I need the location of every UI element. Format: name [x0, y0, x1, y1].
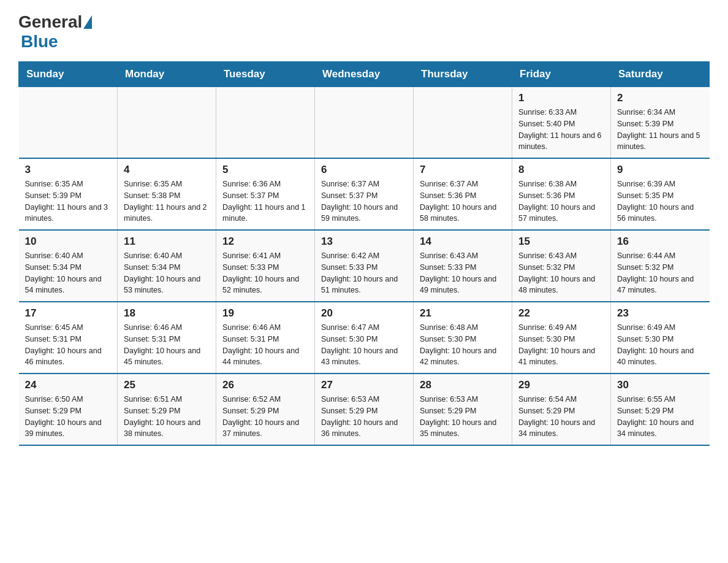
day-info: Sunrise: 6:35 AM Sunset: 5:38 PM Dayligh…: [124, 178, 210, 224]
day-number: 30: [617, 379, 703, 391]
logo-general-text: General: [18, 12, 82, 32]
day-info: Sunrise: 6:45 AM Sunset: 5:31 PM Dayligh…: [25, 322, 112, 368]
day-info: Sunrise: 6:46 AM Sunset: 5:31 PM Dayligh…: [124, 322, 210, 368]
calendar-day-cell: 23Sunrise: 6:49 AM Sunset: 5:30 PM Dayli…: [611, 302, 710, 373]
day-of-week-header: Wednesday: [315, 62, 414, 87]
calendar-header-row: SundayMondayTuesdayWednesdayThursdayFrid…: [19, 62, 710, 87]
calendar-week-row: 24Sunrise: 6:50 AM Sunset: 5:29 PM Dayli…: [19, 373, 710, 445]
day-info: Sunrise: 6:43 AM Sunset: 5:33 PM Dayligh…: [420, 250, 506, 296]
day-number: 9: [617, 164, 703, 176]
calendar-day-cell: 18Sunrise: 6:46 AM Sunset: 5:31 PM Dayli…: [118, 302, 216, 373]
calendar-week-row: 1Sunrise: 6:33 AM Sunset: 5:40 PM Daylig…: [19, 87, 710, 159]
day-info: Sunrise: 6:36 AM Sunset: 5:37 PM Dayligh…: [222, 178, 308, 224]
day-info: Sunrise: 6:55 AM Sunset: 5:29 PM Dayligh…: [617, 394, 703, 440]
day-info: Sunrise: 6:53 AM Sunset: 5:29 PM Dayligh…: [321, 394, 407, 440]
day-number: 3: [25, 164, 112, 176]
day-info: Sunrise: 6:42 AM Sunset: 5:33 PM Dayligh…: [321, 250, 407, 296]
calendar-day-cell: 12Sunrise: 6:41 AM Sunset: 5:33 PM Dayli…: [216, 230, 315, 302]
calendar-day-cell: 25Sunrise: 6:51 AM Sunset: 5:29 PM Dayli…: [118, 373, 216, 445]
day-info: Sunrise: 6:41 AM Sunset: 5:33 PM Dayligh…: [222, 250, 308, 296]
day-info: Sunrise: 6:52 AM Sunset: 5:29 PM Dayligh…: [222, 394, 308, 440]
calendar-day-cell: 5Sunrise: 6:36 AM Sunset: 5:37 PM Daylig…: [216, 158, 315, 230]
calendar-day-cell: 13Sunrise: 6:42 AM Sunset: 5:33 PM Dayli…: [315, 230, 414, 302]
day-number: 21: [420, 307, 506, 320]
day-info: Sunrise: 6:46 AM Sunset: 5:31 PM Dayligh…: [222, 322, 308, 368]
calendar-day-cell: 29Sunrise: 6:54 AM Sunset: 5:29 PM Dayli…: [512, 373, 611, 445]
day-info: Sunrise: 6:51 AM Sunset: 5:29 PM Dayligh…: [124, 394, 210, 440]
day-number: 8: [518, 164, 604, 176]
day-info: Sunrise: 6:44 AM Sunset: 5:32 PM Dayligh…: [617, 250, 703, 296]
calendar-day-cell: 14Sunrise: 6:43 AM Sunset: 5:33 PM Dayli…: [414, 230, 512, 302]
calendar-day-cell: 22Sunrise: 6:49 AM Sunset: 5:30 PM Dayli…: [512, 302, 611, 373]
day-number: 6: [321, 164, 407, 176]
calendar-day-cell: 26Sunrise: 6:52 AM Sunset: 5:29 PM Dayli…: [216, 373, 315, 445]
day-number: 17: [25, 307, 112, 320]
logo-blue-text: Blue: [21, 32, 58, 51]
day-number: 13: [321, 236, 407, 248]
calendar-day-cell: 11Sunrise: 6:40 AM Sunset: 5:34 PM Dayli…: [118, 230, 216, 302]
calendar-day-cell: 6Sunrise: 6:37 AM Sunset: 5:37 PM Daylig…: [315, 158, 414, 230]
day-number: 20: [321, 307, 407, 320]
day-number: 1: [518, 92, 604, 104]
day-info: Sunrise: 6:48 AM Sunset: 5:30 PM Dayligh…: [420, 322, 506, 368]
day-info: Sunrise: 6:49 AM Sunset: 5:30 PM Dayligh…: [518, 322, 604, 368]
day-of-week-header: Thursday: [414, 62, 512, 87]
calendar-day-cell: [216, 87, 315, 159]
calendar-day-cell: 30Sunrise: 6:55 AM Sunset: 5:29 PM Dayli…: [611, 373, 710, 445]
calendar-day-cell: 2Sunrise: 6:34 AM Sunset: 5:39 PM Daylig…: [611, 87, 710, 159]
calendar-week-row: 10Sunrise: 6:40 AM Sunset: 5:34 PM Dayli…: [19, 230, 710, 302]
day-number: 28: [420, 379, 506, 391]
day-info: Sunrise: 6:54 AM Sunset: 5:29 PM Dayligh…: [518, 394, 604, 440]
calendar-day-cell: 21Sunrise: 6:48 AM Sunset: 5:30 PM Dayli…: [414, 302, 512, 373]
day-info: Sunrise: 6:37 AM Sunset: 5:37 PM Dayligh…: [321, 178, 407, 224]
calendar-day-cell: [118, 87, 216, 159]
day-info: Sunrise: 6:39 AM Sunset: 5:35 PM Dayligh…: [617, 178, 703, 224]
calendar-day-cell: 4Sunrise: 6:35 AM Sunset: 5:38 PM Daylig…: [118, 158, 216, 230]
calendar-day-cell: 10Sunrise: 6:40 AM Sunset: 5:34 PM Dayli…: [19, 230, 118, 302]
day-number: 11: [124, 236, 210, 248]
day-of-week-header: Sunday: [19, 62, 118, 87]
calendar-day-cell: 24Sunrise: 6:50 AM Sunset: 5:29 PM Dayli…: [19, 373, 118, 445]
logo: General Blue: [18, 12, 93, 52]
calendar-day-cell: 15Sunrise: 6:43 AM Sunset: 5:32 PM Dayli…: [512, 230, 611, 302]
day-number: 7: [420, 164, 506, 176]
calendar-day-cell: 7Sunrise: 6:37 AM Sunset: 5:36 PM Daylig…: [414, 158, 512, 230]
day-number: 29: [518, 379, 604, 391]
day-number: 15: [518, 236, 604, 248]
calendar-day-cell: 27Sunrise: 6:53 AM Sunset: 5:29 PM Dayli…: [315, 373, 414, 445]
day-number: 10: [25, 236, 112, 248]
day-of-week-header: Monday: [118, 62, 216, 87]
calendar-week-row: 3Sunrise: 6:35 AM Sunset: 5:39 PM Daylig…: [19, 158, 710, 230]
calendar-day-cell: 28Sunrise: 6:53 AM Sunset: 5:29 PM Dayli…: [414, 373, 512, 445]
day-number: 22: [518, 307, 604, 320]
day-info: Sunrise: 6:38 AM Sunset: 5:36 PM Dayligh…: [518, 178, 604, 224]
day-info: Sunrise: 6:33 AM Sunset: 5:40 PM Dayligh…: [518, 107, 604, 153]
day-number: 24: [25, 379, 112, 391]
day-number: 16: [617, 236, 703, 248]
day-info: Sunrise: 6:40 AM Sunset: 5:34 PM Dayligh…: [124, 250, 210, 296]
calendar-day-cell: 20Sunrise: 6:47 AM Sunset: 5:30 PM Dayli…: [315, 302, 414, 373]
calendar-day-cell: 16Sunrise: 6:44 AM Sunset: 5:32 PM Dayli…: [611, 230, 710, 302]
day-number: 23: [617, 307, 703, 320]
calendar-day-cell: [19, 87, 118, 159]
day-number: 18: [124, 307, 210, 320]
header: General Blue: [18, 12, 710, 52]
calendar-day-cell: 8Sunrise: 6:38 AM Sunset: 5:36 PM Daylig…: [512, 158, 611, 230]
day-number: 27: [321, 379, 407, 391]
day-number: 2: [617, 92, 703, 104]
calendar-table: SundayMondayTuesdayWednesdayThursdayFrid…: [18, 61, 710, 446]
day-info: Sunrise: 6:37 AM Sunset: 5:36 PM Dayligh…: [420, 178, 506, 224]
day-number: 19: [222, 307, 308, 320]
calendar-day-cell: 1Sunrise: 6:33 AM Sunset: 5:40 PM Daylig…: [512, 87, 611, 159]
calendar-day-cell: 3Sunrise: 6:35 AM Sunset: 5:39 PM Daylig…: [19, 158, 118, 230]
day-info: Sunrise: 6:43 AM Sunset: 5:32 PM Dayligh…: [518, 250, 604, 296]
day-number: 5: [222, 164, 308, 176]
logo-triangle-icon: [83, 15, 92, 29]
day-of-week-header: Friday: [512, 62, 611, 87]
day-info: Sunrise: 6:53 AM Sunset: 5:29 PM Dayligh…: [420, 394, 506, 440]
day-info: Sunrise: 6:40 AM Sunset: 5:34 PM Dayligh…: [25, 250, 112, 296]
calendar-day-cell: [414, 87, 512, 159]
day-info: Sunrise: 6:49 AM Sunset: 5:30 PM Dayligh…: [617, 322, 703, 368]
day-info: Sunrise: 6:50 AM Sunset: 5:29 PM Dayligh…: [25, 394, 112, 440]
day-info: Sunrise: 6:34 AM Sunset: 5:39 PM Dayligh…: [617, 107, 703, 153]
